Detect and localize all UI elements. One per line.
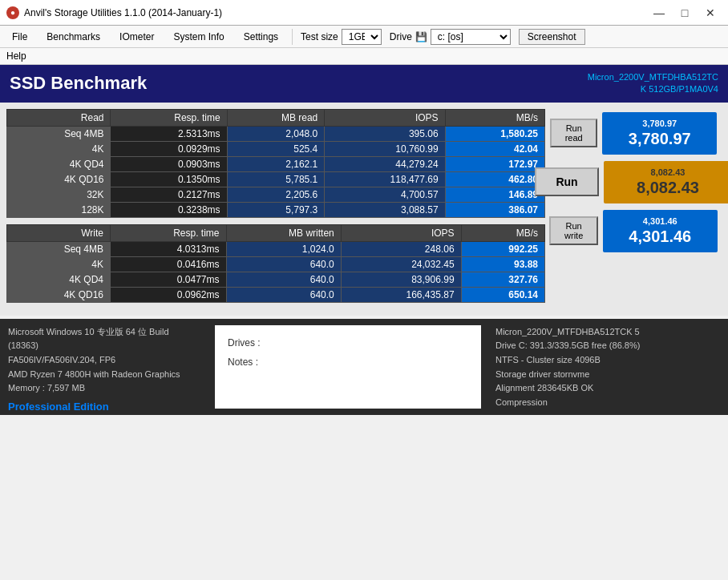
test-size-select[interactable]: 1GB 4GB 16GB [342, 29, 382, 45]
read-table: Read Resp. time MB read IOPS MB/s Seq 4M… [6, 109, 545, 218]
read-table-row: 4K QD16 0.1350ms 5,785.1 118,477.69 462.… [7, 171, 545, 187]
drive-label: Drive [390, 31, 412, 42]
score-total-label: 8,082.43 [613, 167, 722, 177]
write-mb: 1,024.0 [226, 241, 341, 256]
read-mbs: 462.80 [445, 171, 544, 187]
read-iops: 44,279.24 [325, 156, 445, 171]
run-button[interactable]: Run [535, 167, 599, 196]
write-table-row: 4K QD4 0.0477ms 640.0 83,906.99 327.76 [7, 272, 545, 287]
score-total-area: Run 8,082.43 8,082.43 [535, 161, 728, 203]
write-mbs: 327.76 [461, 272, 544, 287]
ssd-benchmark-header: SSD Benchmark Micron_2200V_MTFDHBA512TC … [0, 65, 728, 103]
screenshot-button[interactable]: Screenshot [519, 29, 585, 45]
alignment-info: Alignment 283645KB OK [495, 381, 720, 396]
write-row-label: Seq 4MB [7, 241, 111, 256]
bottom-area: Microsoft Windows 10 专业版 64 位 Build (183… [0, 319, 728, 415]
run-write-button[interactable]: Run write [549, 216, 598, 245]
professional-edition-label: Professional Edition [8, 399, 200, 416]
read-table-row: 32K 0.2127ms 2,205.6 4,700.57 146.89 [7, 187, 545, 202]
read-mbs: 172.97 [445, 156, 544, 171]
drive-line2: K 512GB/P1MA0V4 [588, 83, 718, 95]
write-resp-time: 4.0313ms [110, 241, 226, 256]
close-button[interactable]: ✕ [699, 4, 722, 22]
ntfs-info: NTFS - Cluster size 4096B [495, 353, 720, 368]
read-header-mbs: MB/s [445, 109, 544, 126]
read-mbs: 42.04 [445, 141, 544, 156]
write-mbs: 650.14 [461, 287, 544, 302]
title-left: ● Anvil's Storage Utilities 1.1.0 (2014-… [6, 6, 222, 19]
app-icon: ● [6, 6, 19, 19]
read-mb: 2,205.6 [227, 187, 325, 202]
maximize-button[interactable]: □ [673, 4, 696, 22]
read-iops: 3,088.57 [325, 202, 445, 217]
read-header-iops: IOPS [325, 109, 445, 126]
score-write-area: Run write 4,301.46 4,301.46 [549, 210, 717, 252]
menu-iometer[interactable]: IOmeter [111, 28, 163, 46]
write-row-label: 4K QD16 [7, 287, 111, 302]
write-row-label: 4K [7, 256, 111, 272]
read-resp-time: 0.0929ms [111, 141, 227, 156]
read-iops: 4,700.57 [325, 187, 445, 202]
write-row-label: 4K QD4 [7, 272, 111, 287]
score-total-value: 8,082.43 [613, 179, 722, 197]
read-row-label: 4K [7, 141, 111, 156]
help-bar: Help [0, 48, 728, 65]
menu-bar: File Benchmarks IOmeter System Info Sett… [0, 26, 728, 48]
read-resp-time: 0.1350ms [111, 171, 227, 187]
bottom-right: Micron_2200V_MTFDHBA512TCK 5 Drive C: 39… [487, 319, 728, 415]
window-controls: — □ ✕ [648, 4, 722, 22]
bench-area: Read Resp. time MB read IOPS MB/s Seq 4M… [0, 103, 728, 316]
drive-icon: 💾 [415, 31, 427, 42]
write-iops: 83,906.99 [341, 272, 461, 287]
write-iops: 166,435.87 [341, 287, 461, 302]
read-header-resp: Resp. time [111, 109, 227, 126]
score-read-area: Run read 3,780.97 3,780.97 [550, 112, 717, 155]
read-header-mb: MB read [227, 109, 325, 126]
write-header-mbs: MB/s [461, 224, 544, 241]
read-resp-time: 0.0903ms [111, 156, 227, 171]
drives-label: Drives : [228, 333, 468, 352]
sys-line2: FA506IV/FA506IV.204, FP6 [8, 353, 200, 368]
drive-select[interactable]: c: [os] [431, 29, 511, 45]
write-mbs: 992.25 [461, 241, 544, 256]
score-write-value: 4,301.46 [613, 228, 708, 246]
tables-container: Read Resp. time MB read IOPS MB/s Seq 4M… [6, 109, 545, 309]
read-mb: 525.4 [227, 141, 325, 156]
write-resp-time: 0.0416ms [110, 256, 226, 272]
write-mb: 640.0 [226, 256, 341, 272]
title-bar: ● Anvil's Storage Utilities 1.1.0 (2014-… [0, 0, 728, 26]
score-read-box: 3,780.97 3,780.97 [602, 112, 717, 155]
read-row-label: 128K [7, 202, 111, 217]
read-mbs: 1,580.25 [445, 126, 544, 141]
storage-driver: Storage driver stornvme [495, 368, 720, 382]
help-label[interactable]: Help [6, 50, 26, 62]
menu-system-info[interactable]: System Info [164, 28, 233, 46]
read-row-label: 4K QD4 [7, 156, 111, 171]
run-read-button[interactable]: Run read [550, 119, 597, 147]
write-header-resp: Resp. time [110, 224, 226, 241]
read-resp-time: 0.2127ms [111, 187, 227, 202]
read-table-row: 128K 0.3238ms 5,797.3 3,088.57 386.07 [7, 202, 545, 217]
read-iops: 118,477.69 [325, 171, 445, 187]
read-mbs: 386.07 [445, 202, 544, 217]
read-mb: 2,048.0 [227, 126, 325, 141]
main-content: Read Resp. time MB read IOPS MB/s Seq 4M… [0, 103, 728, 316]
menu-settings[interactable]: Settings [235, 28, 287, 46]
drive-area: Drive 💾 c: [os] [390, 29, 511, 45]
read-row-label: 4K QD16 [7, 171, 111, 187]
read-header-label: Read [7, 109, 111, 126]
write-mbs: 93.88 [461, 256, 544, 272]
menu-file[interactable]: File [3, 28, 36, 46]
drive-name: Micron_2200V_MTFDHBA512TCK 5 [495, 325, 720, 340]
write-mb: 640.0 [226, 287, 341, 302]
read-row-label: 32K [7, 187, 111, 202]
bottom-middle: Drives : Notes : [215, 325, 481, 409]
read-table-row: Seq 4MB 2.5313ms 2,048.0 395.06 1,580.25 [7, 126, 545, 141]
read-resp-time: 2.5313ms [111, 126, 227, 141]
drive-line1: Micron_2200V_MTFDHBA512TC [588, 71, 718, 83]
write-table-row: 4K 0.0416ms 640.0 24,032.45 93.88 [7, 256, 545, 272]
menu-benchmarks[interactable]: Benchmarks [38, 28, 109, 46]
score-read-label: 3,780.97 [612, 119, 707, 128]
test-size-label: Test size [301, 31, 338, 42]
minimize-button[interactable]: — [648, 4, 670, 22]
